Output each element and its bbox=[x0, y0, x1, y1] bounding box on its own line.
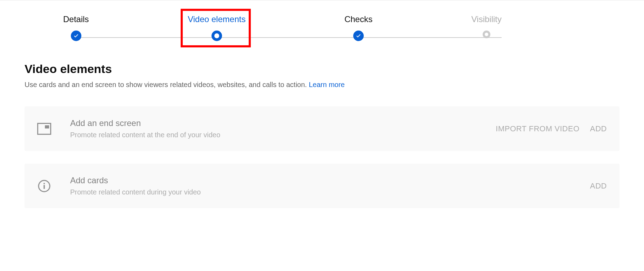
content-area: Video elements Use cards and an end scre… bbox=[0, 41, 644, 208]
svg-rect-3 bbox=[43, 185, 45, 189]
end-screen-card: Add an end screen Promote related conten… bbox=[25, 106, 619, 151]
stepper-line bbox=[77, 37, 502, 38]
info-icon bbox=[37, 179, 51, 193]
checkmark-icon bbox=[73, 33, 79, 39]
step-label: Checks bbox=[344, 14, 373, 24]
add-cards-button[interactable]: ADD bbox=[590, 181, 607, 191]
step-visibility[interactable]: Visibility bbox=[471, 14, 502, 41]
page-subtitle: Use cards and an end screen to show view… bbox=[25, 81, 619, 89]
card-actions: IMPORT FROM VIDEO ADD bbox=[496, 124, 607, 133]
step-label: Details bbox=[63, 14, 89, 24]
card-content: Add cards Promote related content during… bbox=[70, 176, 590, 196]
checkmark-icon bbox=[356, 33, 361, 39]
step-circle-completed bbox=[71, 31, 81, 41]
svg-rect-0 bbox=[38, 123, 51, 134]
card-actions: ADD bbox=[590, 181, 607, 191]
step-label: Visibility bbox=[471, 14, 502, 24]
card-content: Add an end screen Promote related conten… bbox=[70, 118, 496, 139]
svg-rect-1 bbox=[45, 125, 49, 128]
step-checks[interactable]: Checks bbox=[344, 14, 373, 41]
add-end-screen-button[interactable]: ADD bbox=[590, 124, 607, 133]
step-label: Video elements bbox=[188, 14, 246, 24]
stepper: Details Video elements Checks Visibility bbox=[63, 14, 502, 41]
card-title: Add cards bbox=[70, 176, 590, 185]
card-title: Add an end screen bbox=[70, 118, 496, 128]
learn-more-link[interactable]: Learn more bbox=[309, 81, 344, 88]
step-video-elements[interactable]: Video elements bbox=[188, 14, 246, 41]
step-circle-completed bbox=[353, 31, 364, 41]
subtitle-text: Use cards and an end screen to show view… bbox=[25, 81, 309, 88]
card-subtitle: Promote related content during your vide… bbox=[70, 188, 590, 196]
step-circle-disabled bbox=[483, 31, 490, 38]
page-title: Video elements bbox=[25, 62, 619, 76]
stepper-container: Details Video elements Checks Visibility bbox=[0, 0, 644, 41]
step-details[interactable]: Details bbox=[63, 14, 89, 41]
add-cards-card: Add cards Promote related content during… bbox=[25, 164, 619, 208]
import-from-video-button[interactable]: IMPORT FROM VIDEO bbox=[496, 124, 579, 133]
svg-rect-4 bbox=[43, 183, 45, 184]
end-screen-icon bbox=[37, 122, 51, 136]
card-subtitle: Promote related content at the end of yo… bbox=[70, 131, 496, 139]
step-circle-active bbox=[212, 31, 222, 41]
